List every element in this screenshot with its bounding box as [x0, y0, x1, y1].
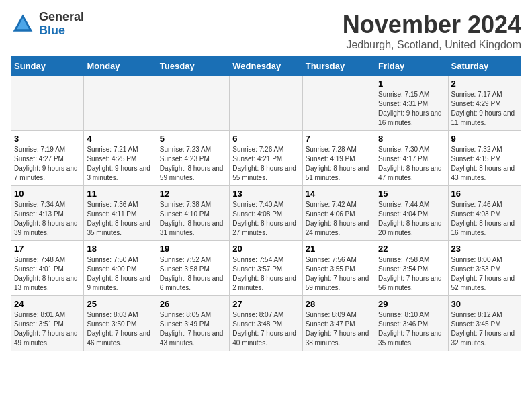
- calendar-week-row: 17Sunrise: 7:48 AM Sunset: 4:01 PM Dayli…: [11, 241, 521, 296]
- weekday-header: Sunday: [11, 57, 84, 76]
- calendar-week-row: 3Sunrise: 7:19 AM Sunset: 4:27 PM Daylig…: [11, 131, 521, 186]
- calendar-cell: 21Sunrise: 7:56 AM Sunset: 3:55 PM Dayli…: [302, 241, 375, 296]
- calendar-cell: 15Sunrise: 7:44 AM Sunset: 4:04 PM Dayli…: [375, 186, 448, 241]
- weekday-header: Tuesday: [157, 57, 229, 76]
- weekday-header: Wednesday: [230, 57, 302, 76]
- calendar-cell: 19Sunrise: 7:52 AM Sunset: 3:58 PM Dayli…: [157, 241, 229, 296]
- logo-icon: [11, 12, 35, 36]
- calendar-cell: 25Sunrise: 8:03 AM Sunset: 3:50 PM Dayli…: [84, 296, 157, 351]
- day-info: Sunrise: 8:09 AM Sunset: 3:47 PM Dayligh…: [306, 310, 372, 348]
- weekday-header: Thursday: [302, 57, 375, 76]
- calendar-week-row: 10Sunrise: 7:34 AM Sunset: 4:13 PM Dayli…: [11, 186, 521, 241]
- calendar-cell: 5Sunrise: 7:23 AM Sunset: 4:23 PM Daylig…: [157, 131, 229, 186]
- day-number: 6: [232, 134, 299, 144]
- logo: General Blue: [11, 11, 84, 38]
- calendar-cell: 18Sunrise: 7:50 AM Sunset: 4:00 PM Dayli…: [84, 241, 157, 296]
- day-number: 20: [232, 244, 299, 254]
- day-number: 1: [378, 79, 445, 89]
- calendar-cell: [84, 76, 157, 131]
- calendar-cell: 14Sunrise: 7:42 AM Sunset: 4:06 PM Dayli…: [302, 186, 375, 241]
- calendar-cell: 27Sunrise: 8:07 AM Sunset: 3:48 PM Dayli…: [230, 296, 302, 351]
- calendar-cell: 13Sunrise: 7:40 AM Sunset: 4:08 PM Dayli…: [230, 186, 302, 241]
- calendar-cell: 29Sunrise: 8:10 AM Sunset: 3:46 PM Dayli…: [375, 296, 448, 351]
- day-number: 7: [306, 134, 372, 144]
- day-number: 13: [232, 189, 299, 199]
- day-info: Sunrise: 7:52 AM Sunset: 3:58 PM Dayligh…: [160, 255, 226, 293]
- calendar-cell: 20Sunrise: 7:54 AM Sunset: 3:57 PM Dayli…: [230, 241, 302, 296]
- day-number: 14: [306, 189, 372, 199]
- day-info: Sunrise: 7:32 AM Sunset: 4:15 PM Dayligh…: [451, 145, 518, 183]
- day-info: Sunrise: 7:19 AM Sunset: 4:27 PM Dayligh…: [14, 145, 81, 183]
- day-number: 26: [160, 299, 226, 309]
- day-info: Sunrise: 8:03 AM Sunset: 3:50 PM Dayligh…: [87, 310, 153, 348]
- calendar-week-row: 24Sunrise: 8:01 AM Sunset: 3:51 PM Dayli…: [11, 296, 521, 351]
- calendar-cell: 6Sunrise: 7:26 AM Sunset: 4:21 PM Daylig…: [230, 131, 302, 186]
- calendar-cell: [230, 76, 302, 131]
- day-info: Sunrise: 8:00 AM Sunset: 3:53 PM Dayligh…: [451, 255, 518, 293]
- day-info: Sunrise: 7:46 AM Sunset: 4:03 PM Dayligh…: [451, 200, 518, 238]
- day-number: 5: [160, 134, 226, 144]
- weekday-header-row: SundayMondayTuesdayWednesdayThursdayFrid…: [11, 57, 521, 76]
- day-info: Sunrise: 8:12 AM Sunset: 3:45 PM Dayligh…: [451, 310, 518, 348]
- calendar-cell: 1Sunrise: 7:15 AM Sunset: 4:31 PM Daylig…: [375, 76, 448, 131]
- calendar-week-row: 1Sunrise: 7:15 AM Sunset: 4:31 PM Daylig…: [11, 76, 521, 131]
- calendar-cell: 7Sunrise: 7:28 AM Sunset: 4:19 PM Daylig…: [302, 131, 375, 186]
- day-number: 10: [14, 189, 81, 199]
- weekday-header: Saturday: [448, 57, 521, 76]
- location-title: Jedburgh, Scotland, United Kingdom: [343, 39, 521, 51]
- day-number: 4: [87, 134, 153, 144]
- month-title: November 2024: [343, 11, 521, 39]
- day-info: Sunrise: 7:34 AM Sunset: 4:13 PM Dayligh…: [14, 200, 81, 238]
- day-info: Sunrise: 7:21 AM Sunset: 4:25 PM Dayligh…: [87, 145, 153, 183]
- day-info: Sunrise: 7:38 AM Sunset: 4:10 PM Dayligh…: [160, 200, 226, 238]
- calendar-cell: 10Sunrise: 7:34 AM Sunset: 4:13 PM Dayli…: [11, 186, 84, 241]
- day-number: 23: [451, 244, 518, 254]
- day-number: 28: [306, 299, 372, 309]
- day-info: Sunrise: 7:50 AM Sunset: 4:00 PM Dayligh…: [87, 255, 153, 293]
- day-info: Sunrise: 7:48 AM Sunset: 4:01 PM Dayligh…: [14, 255, 81, 293]
- day-number: 21: [306, 244, 372, 254]
- day-info: Sunrise: 7:28 AM Sunset: 4:19 PM Dayligh…: [306, 145, 372, 183]
- calendar-cell: 3Sunrise: 7:19 AM Sunset: 4:27 PM Daylig…: [11, 131, 84, 186]
- calendar-cell: 30Sunrise: 8:12 AM Sunset: 3:45 PM Dayli…: [448, 296, 521, 351]
- day-number: 9: [451, 134, 518, 144]
- day-number: 30: [451, 299, 518, 309]
- day-number: 27: [232, 299, 299, 309]
- day-number: 11: [87, 189, 153, 199]
- day-number: 8: [378, 134, 445, 144]
- day-info: Sunrise: 7:17 AM Sunset: 4:29 PM Dayligh…: [451, 90, 518, 128]
- day-info: Sunrise: 7:23 AM Sunset: 4:23 PM Dayligh…: [160, 145, 226, 183]
- day-number: 18: [87, 244, 153, 254]
- day-number: 29: [378, 299, 445, 309]
- day-info: Sunrise: 8:01 AM Sunset: 3:51 PM Dayligh…: [14, 310, 81, 348]
- day-info: Sunrise: 7:44 AM Sunset: 4:04 PM Dayligh…: [378, 200, 445, 238]
- calendar-table: SundayMondayTuesdayWednesdayThursdayFrid…: [11, 56, 521, 351]
- day-info: Sunrise: 7:15 AM Sunset: 4:31 PM Dayligh…: [378, 90, 445, 128]
- weekday-header: Friday: [375, 57, 448, 76]
- day-number: 15: [378, 189, 445, 199]
- day-number: 17: [14, 244, 81, 254]
- day-info: Sunrise: 8:10 AM Sunset: 3:46 PM Dayligh…: [378, 310, 445, 348]
- calendar-cell: 8Sunrise: 7:30 AM Sunset: 4:17 PM Daylig…: [375, 131, 448, 186]
- weekday-header: Monday: [84, 57, 157, 76]
- calendar-cell: 28Sunrise: 8:09 AM Sunset: 3:47 PM Dayli…: [302, 296, 375, 351]
- day-number: 16: [451, 189, 518, 199]
- day-number: 24: [14, 299, 81, 309]
- calendar-cell: 22Sunrise: 7:58 AM Sunset: 3:54 PM Dayli…: [375, 241, 448, 296]
- calendar-cell: [157, 76, 229, 131]
- day-number: 2: [451, 79, 518, 89]
- calendar-cell: 2Sunrise: 7:17 AM Sunset: 4:29 PM Daylig…: [448, 76, 521, 131]
- day-info: Sunrise: 8:07 AM Sunset: 3:48 PM Dayligh…: [232, 310, 299, 348]
- day-number: 3: [14, 134, 81, 144]
- calendar-cell: 12Sunrise: 7:38 AM Sunset: 4:10 PM Dayli…: [157, 186, 229, 241]
- day-number: 12: [160, 189, 226, 199]
- calendar-cell: 4Sunrise: 7:21 AM Sunset: 4:25 PM Daylig…: [84, 131, 157, 186]
- calendar-cell: 11Sunrise: 7:36 AM Sunset: 4:11 PM Dayli…: [84, 186, 157, 241]
- logo-general: General: [39, 10, 84, 24]
- day-number: 22: [378, 244, 445, 254]
- calendar-cell: [11, 76, 84, 131]
- calendar-cell: 26Sunrise: 8:05 AM Sunset: 3:49 PM Dayli…: [157, 296, 229, 351]
- calendar-cell: 9Sunrise: 7:32 AM Sunset: 4:15 PM Daylig…: [448, 131, 521, 186]
- day-number: 25: [87, 299, 153, 309]
- day-number: 19: [160, 244, 226, 254]
